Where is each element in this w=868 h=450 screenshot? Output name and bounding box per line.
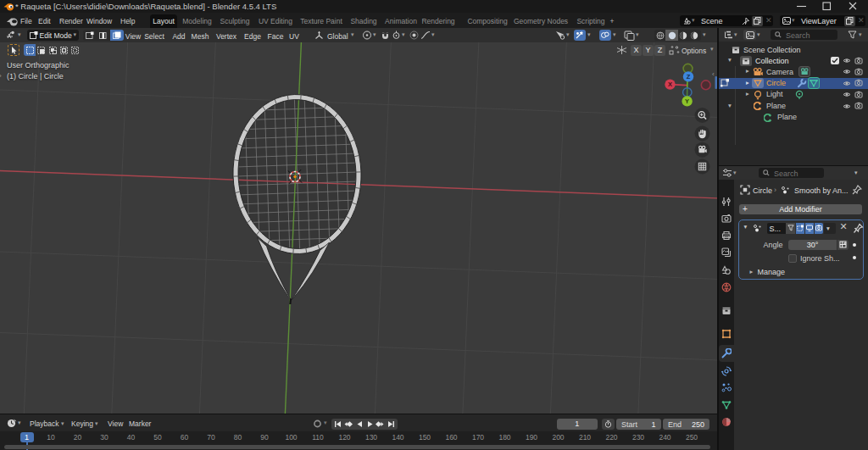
svg-text:Z: Z [687,73,691,81]
svg-text:X: X [668,81,672,88]
svg-text:‹: ‹ [712,70,715,78]
svg-text:Y: Y [685,97,689,105]
